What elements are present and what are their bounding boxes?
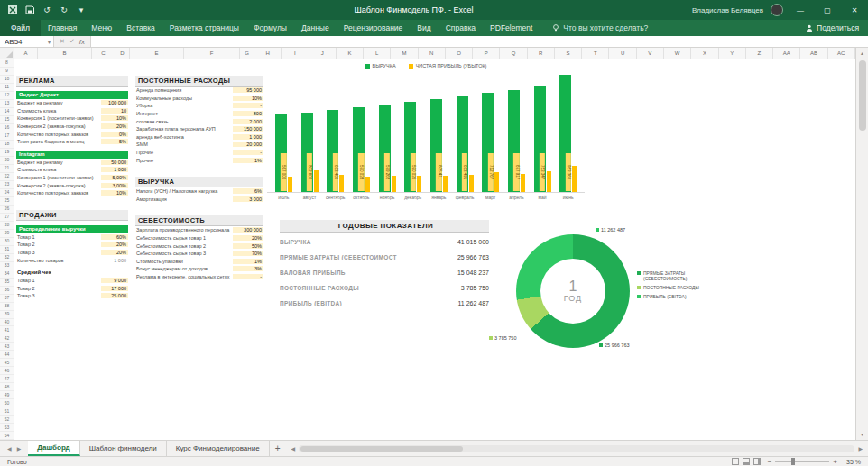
ribbon-tab-вид[interactable]: Вид	[410, 20, 438, 36]
row-header-22[interactable]: 22	[0, 173, 14, 181]
ribbon-tab-справка[interactable]: Справка	[439, 20, 483, 36]
input-cell[interactable]: 1%	[233, 158, 263, 163]
undo-icon[interactable]: ↺	[42, 5, 52, 15]
input-cell[interactable]: 0%	[101, 132, 128, 137]
sheet-tab-курс-финмоделирование[interactable]: Курс Финмоделирование	[167, 441, 270, 456]
redo-icon[interactable]: ↻	[59, 5, 69, 15]
column-header-F[interactable]: F	[184, 48, 240, 59]
input-cell[interactable]: 20 000	[233, 142, 263, 147]
row-header-8[interactable]: 8	[0, 59, 14, 68]
normal-view-icon[interactable]	[732, 458, 739, 465]
column-header-B[interactable]: B	[38, 48, 92, 59]
ribbon-tab-формулы[interactable]: Формулы	[246, 20, 294, 36]
row-header-44[interactable]: 44	[0, 351, 14, 359]
row-header-47[interactable]: 47	[0, 375, 14, 383]
row-header-25[interactable]: 25	[0, 197, 14, 206]
input-cell[interactable]: 70%	[233, 251, 263, 256]
column-header-L[interactable]: L	[364, 48, 391, 59]
row-header-37[interactable]: 37	[0, 295, 14, 303]
save-icon[interactable]	[24, 5, 35, 15]
row-header-23[interactable]: 23	[0, 181, 14, 189]
name-box[interactable]: AB54 ▾	[0, 36, 54, 47]
row-header-49[interactable]: 49	[0, 391, 14, 399]
column-header-W[interactable]: W	[664, 48, 691, 59]
select-all-corner[interactable]	[0, 48, 14, 59]
horizontal-scroll-thumb[interactable]	[300, 446, 463, 452]
input-cell[interactable]: -	[233, 103, 263, 108]
column-header-AB[interactable]: AB	[800, 48, 827, 59]
zoom-in-icon[interactable]: +	[833, 458, 837, 466]
next-sheet-icon[interactable]: ▶	[17, 445, 22, 452]
vertical-scroll-thumb[interactable]	[859, 60, 866, 131]
column-header-P[interactable]: P	[473, 48, 500, 59]
row-header-52[interactable]: 52	[0, 416, 14, 424]
input-cell[interactable]: 25 000	[101, 293, 128, 298]
row-header-14[interactable]: 14	[0, 108, 14, 116]
input-cell[interactable]: 60%	[101, 234, 128, 240]
input-cell[interactable]: 800	[233, 111, 263, 116]
column-header-G[interactable]: G	[240, 48, 254, 59]
close-button[interactable]: ✕	[845, 0, 864, 20]
row-header-32[interactable]: 32	[0, 254, 14, 262]
confirm-entry-icon[interactable]: ✓	[69, 38, 75, 45]
qat-customize-icon[interactable]: ▾	[76, 5, 87, 15]
zoom-slider-thumb[interactable]	[791, 458, 795, 465]
input-cell[interactable]: 20%	[101, 123, 128, 129]
scroll-down-icon[interactable]: ▼	[860, 429, 864, 440]
input-cell[interactable]: 5%	[101, 139, 128, 144]
input-cell[interactable]: 10%	[101, 115, 128, 121]
year-donut-chart[interactable]: 1 ГОД 25 966 7633 785 75011 262 487 ПРЯМ…	[494, 224, 720, 377]
input-cell[interactable]: 10	[101, 108, 128, 114]
row-header-29[interactable]: 29	[0, 230, 14, 238]
formula-input[interactable]	[91, 36, 868, 47]
row-header-42[interactable]: 42	[0, 334, 14, 343]
row-header-45[interactable]: 45	[0, 359, 14, 367]
input-cell[interactable]: 20%	[101, 250, 128, 255]
input-cell[interactable]: 300 000	[233, 227, 263, 233]
input-cell[interactable]: -	[233, 274, 263, 279]
row-header-24[interactable]: 24	[0, 189, 14, 197]
input-cell[interactable]: 95 000	[233, 87, 263, 93]
column-header-Z[interactable]: Z	[746, 48, 773, 59]
column-header-U[interactable]: U	[609, 48, 636, 59]
ribbon-tab-меню[interactable]: Меню	[84, 20, 119, 36]
share-button[interactable]: Поделиться	[806, 23, 868, 32]
row-header-39[interactable]: 39	[0, 311, 14, 319]
row-header-26[interactable]: 26	[0, 206, 14, 214]
column-header-J[interactable]: J	[309, 48, 337, 59]
input-cell[interactable]: 5,00%	[101, 175, 128, 180]
row-header-21[interactable]: 21	[0, 165, 14, 173]
zoom-level[interactable]: 35 %	[845, 459, 868, 465]
cancel-entry-icon[interactable]: ✕	[60, 38, 65, 45]
input-cell[interactable]: 3,00%	[101, 183, 128, 188]
horizontal-scrollbar[interactable]: ◀ ▶	[286, 441, 868, 456]
row-header-48[interactable]: 48	[0, 383, 14, 391]
revenue-profit-chart[interactable]: ВЫРУЧКАЧИСТАЯ ПРИБЫЛЬ (УБЫТОК) 567 00080…	[267, 61, 585, 207]
user-name[interactable]: Владислав Белявцев	[692, 6, 763, 14]
column-header-O[interactable]: O	[446, 48, 473, 59]
row-header-35[interactable]: 35	[0, 279, 14, 287]
column-header-X[interactable]: X	[691, 48, 718, 59]
input-cell[interactable]: 10%	[101, 190, 128, 196]
row-header-15[interactable]: 15	[0, 116, 14, 124]
zoom-out-icon[interactable]: −	[768, 458, 772, 466]
row-header-46[interactable]: 46	[0, 367, 14, 375]
row-header-51[interactable]: 51	[0, 407, 14, 416]
ribbon-tab-вставка[interactable]: Вставка	[119, 20, 162, 36]
ribbon-tab-главная[interactable]: Главная	[41, 20, 84, 36]
prev-sheet-icon[interactable]: ◀	[7, 445, 12, 452]
scroll-right-icon[interactable]: ▶	[858, 445, 863, 452]
row-header-43[interactable]: 43	[0, 343, 14, 351]
input-cell[interactable]: 17 000	[101, 286, 128, 291]
input-cell[interactable]: 1 000	[233, 134, 263, 140]
column-header-A[interactable]: A	[14, 48, 38, 59]
row-header-31[interactable]: 31	[0, 246, 14, 254]
input-cell[interactable]: 1 000	[101, 167, 128, 172]
page-break-view-icon[interactable]	[753, 458, 761, 465]
column-header-AC[interactable]: AC	[828, 48, 855, 59]
row-header-34[interactable]: 34	[0, 270, 14, 279]
input-cell[interactable]: 1%	[233, 259, 263, 264]
row-header-13[interactable]: 13	[0, 100, 14, 108]
row-header-38[interactable]: 38	[0, 303, 14, 311]
column-header-N[interactable]: N	[419, 48, 446, 59]
